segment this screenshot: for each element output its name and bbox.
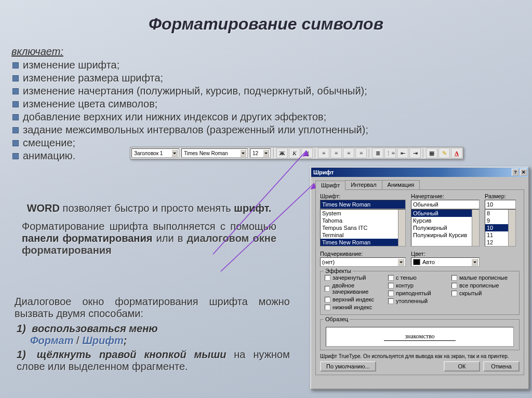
sample-label: Образец: [324, 316, 350, 322]
tab-panel: Шрифт: Times New Roman System Tahoma Tem…: [315, 189, 524, 375]
chevron-down-icon[interactable]: [471, 258, 478, 266]
scrollbar[interactable]: [398, 210, 405, 246]
tab-font[interactable]: Шрифт: [315, 181, 345, 190]
list-item[interactable]: Полужирный Курсив: [411, 231, 472, 239]
font-combo[interactable]: Times New Roman: [181, 148, 248, 158]
list-item[interactable]: System: [321, 210, 398, 217]
align-justify-button[interactable]: ≡: [355, 148, 367, 158]
cancel-button[interactable]: Отмена: [483, 361, 520, 372]
scrollbar[interactable]: [508, 210, 515, 246]
tab-animation[interactable]: Анимация: [382, 180, 420, 189]
checkbox-emboss[interactable]: приподнятый: [388, 290, 451, 296]
chk-label: контур: [396, 282, 414, 289]
formatting-toolbar: Заголовок 1 Times New Roman 12 Ж К Ч ≡ ≡…: [130, 147, 463, 159]
list-item[interactable]: 9: [485, 217, 508, 224]
style-combo-value: Заголовок 1: [134, 150, 163, 156]
checkbox-allcaps[interactable]: все прописные: [451, 282, 515, 289]
underline-combo[interactable]: (нет): [320, 257, 406, 267]
numbered-list-button[interactable]: ≣: [372, 148, 383, 158]
list-item[interactable]: Terminal: [321, 231, 398, 239]
dialog-titlebar[interactable]: Шрифт ? ✕: [311, 168, 528, 177]
separator: [369, 148, 370, 158]
align-right-button[interactable]: ≡: [343, 148, 354, 158]
color-combo[interactable]: Авто: [411, 257, 480, 267]
size-combo-value: 12: [252, 150, 258, 156]
borders-button[interactable]: ▦: [426, 148, 437, 158]
indent-button[interactable]: ⇥: [409, 148, 421, 158]
checkbox-outline[interactable]: контур: [388, 282, 451, 289]
size-listbox[interactable]: 8 9 10 11 12: [485, 209, 516, 246]
list-item: изменение шрифта;: [11, 59, 510, 72]
style-field-value: Обычный: [413, 201, 438, 208]
item-text: щёлкнуть правой кнопкой мыши: [37, 349, 227, 360]
color-value: Авто: [422, 259, 435, 265]
how-block: Диалоговое окно форматирования шрифта мо…: [15, 296, 290, 375]
checkbox-engrave[interactable]: утопленный: [388, 298, 451, 304]
highlight-button[interactable]: ✎: [438, 148, 450, 158]
align-center-button[interactable]: ≡: [330, 148, 342, 158]
list-item[interactable]: Tahoma: [321, 217, 398, 224]
font-combo-value: Times New Roman: [184, 150, 228, 156]
size-combo[interactable]: 12: [250, 148, 271, 158]
font-label: Шрифт:: [320, 193, 406, 199]
style-field[interactable]: Обычный: [411, 200, 480, 209]
separator: [273, 148, 274, 158]
underline-value: (нет): [322, 259, 335, 265]
chk-label: верхний индекс: [332, 296, 374, 303]
help-button[interactable]: ?: [512, 169, 519, 176]
effects-label: Эффекты: [324, 268, 353, 274]
checkbox-smallcaps[interactable]: малые прописные: [451, 275, 515, 281]
underline-button[interactable]: Ч: [301, 148, 313, 158]
scrollbar[interactable]: [472, 210, 479, 246]
list-item[interactable]: Полужирный: [411, 224, 472, 231]
item-number: 1): [17, 323, 26, 334]
chevron-down-icon[interactable]: [263, 149, 269, 157]
sample-group: Образец знакомство: [320, 319, 520, 350]
list-item[interactable]: 8: [485, 210, 508, 217]
chk-label: скрытый: [459, 290, 482, 296]
italic-button[interactable]: К: [289, 148, 300, 158]
style-combo[interactable]: Заголовок 1: [131, 148, 179, 158]
bold-button[interactable]: Ж: [276, 148, 288, 158]
checkbox-shadow[interactable]: с тенью: [388, 275, 451, 281]
checkbox-super[interactable]: верхний индекс: [325, 296, 388, 303]
bullet-section: включает: изменение шрифта; изменение ра…: [11, 46, 282, 162]
bulleted-list-button[interactable]: ⋮≡: [384, 148, 396, 158]
list-item: 1) воспользоваться меню Формат / Шрифт;: [17, 323, 290, 347]
list-item[interactable]: 11: [485, 231, 508, 239]
font-listbox[interactable]: System Tahoma Tempus Sans ITC Terminal T…: [320, 209, 406, 246]
desc-text: или в: [152, 232, 187, 244]
style-listbox[interactable]: Обычный Курсив Полужирный Полужирный Кур…: [411, 209, 480, 246]
font-field[interactable]: Times New Roman: [320, 200, 406, 209]
chevron-down-icon[interactable]: [171, 149, 178, 157]
default-button[interactable]: По умолчанию...: [320, 361, 376, 372]
chevron-down-icon[interactable]: [397, 258, 404, 266]
close-button[interactable]: ✕: [520, 169, 527, 176]
chevron-down-icon[interactable]: [240, 149, 246, 157]
checkbox-sub[interactable]: нижний индекс: [325, 304, 388, 310]
list-item[interactable]: Times New Roman: [321, 239, 398, 246]
align-left-button[interactable]: ≡: [318, 148, 329, 158]
list-item: изменение размера шрифта;: [11, 72, 510, 85]
checkbox-hidden[interactable]: скрытый: [451, 290, 515, 296]
outdent-button[interactable]: ⇤: [397, 148, 408, 158]
chk-label: все прописные: [459, 282, 499, 289]
dialog-title: Шрифт: [313, 169, 334, 175]
sample-text: знакомство: [384, 333, 455, 341]
list-item[interactable]: Обычный: [411, 210, 472, 217]
list-item[interactable]: 12: [485, 239, 508, 246]
checkbox-dstrike[interactable]: двойное зачеркивание: [325, 282, 388, 295]
list-item[interactable]: Курсив: [411, 217, 472, 224]
list-item: добавление верхних или нижних индексов и…: [11, 111, 510, 123]
font-color-button[interactable]: A: [451, 148, 462, 158]
list-item[interactable]: 10: [485, 224, 508, 231]
tab-spacing[interactable]: Интервал: [345, 180, 382, 189]
list-item[interactable]: Tempus Sans ITC: [321, 224, 398, 231]
font-field-value: Times New Roman: [322, 201, 370, 208]
checkbox-strike[interactable]: зачеркнутый: [325, 275, 388, 281]
item-number: 1): [17, 349, 26, 360]
size-field[interactable]: 10: [485, 200, 516, 209]
includes-label: включает:: [11, 46, 282, 58]
ok-button[interactable]: ОК: [444, 361, 480, 372]
list-item: задание межсимвольных интервалов (разреж…: [11, 123, 510, 136]
